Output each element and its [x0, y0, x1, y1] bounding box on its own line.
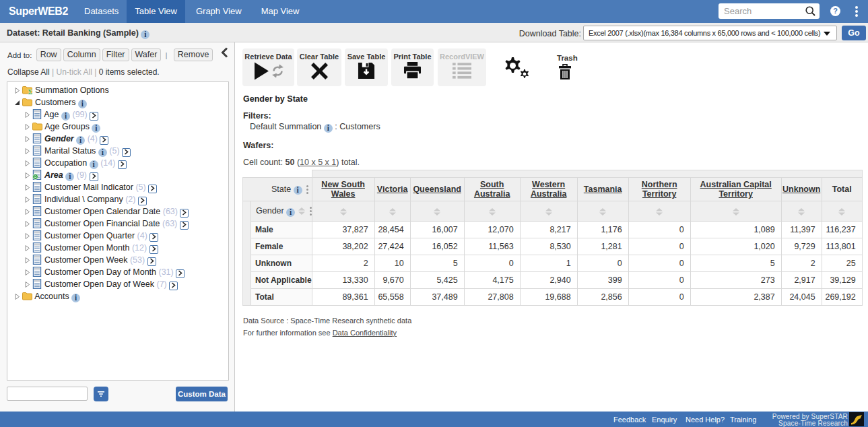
- svg-text:Σ: Σ: [28, 88, 33, 95]
